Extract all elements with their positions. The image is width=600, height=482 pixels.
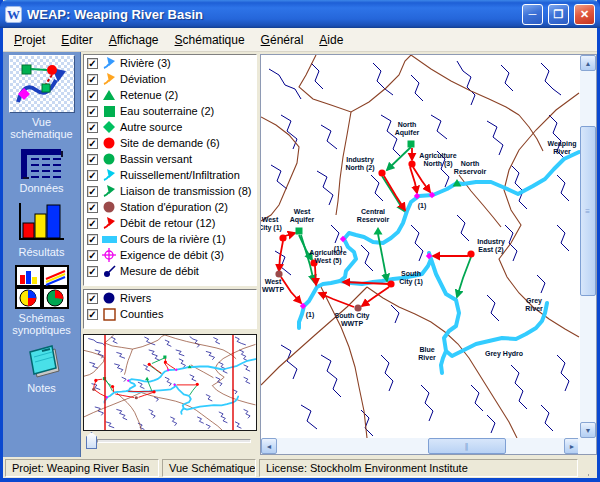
node-south-city-wwtp[interactable]	[354, 304, 361, 311]
counties-square-outline-icon	[101, 307, 117, 321]
node-west-aquifer[interactable]	[296, 228, 303, 235]
node-west-wwtp[interactable]	[275, 270, 282, 277]
bassin-versant-circle-icon	[101, 152, 117, 166]
map-label-industry: IndustryNorth (2)	[345, 156, 374, 172]
ruissellement-arrow-icon	[101, 168, 117, 182]
bassin-versant-label: Bassin versant	[120, 153, 192, 165]
node-central-reservoir[interactable]	[374, 227, 383, 235]
menu-aide[interactable]: Aide	[312, 30, 350, 50]
station-epuration-circle-icon	[101, 200, 117, 214]
station-epuration-label: Station d'épuration (2)	[120, 201, 228, 213]
autre-source-checkbox[interactable]: ✓	[87, 122, 98, 133]
scrollbar-corner	[578, 438, 596, 454]
ruissellement-checkbox[interactable]: ✓	[87, 170, 98, 181]
menu-bar: ProjetEditerAffichageSchématiqueGénéralA…	[3, 28, 597, 52]
mesure-debit-checkbox[interactable]: ✓	[87, 266, 98, 277]
title-bar[interactable]: W WEAP: Weaping River Basin ─ ❐ ✕	[0, 0, 600, 28]
status-bar: Projet: Weaping River Basin Vue Schémati…	[3, 457, 597, 478]
cours-riviere-bar-icon	[101, 232, 117, 246]
node-south-city-1[interactable]	[387, 280, 394, 287]
legend-item-deviation: ✓ Déviation	[84, 71, 256, 87]
bassin-versant-checkbox[interactable]: ✓	[87, 154, 98, 165]
retenue-checkbox[interactable]: ✓	[87, 90, 98, 101]
node-north-aquifer[interactable]	[408, 141, 415, 148]
liaison-transmission-checkbox[interactable]: ✓	[87, 186, 98, 197]
exigence-debit-checkbox[interactable]: ✓	[87, 250, 98, 261]
legend-item-site-de-demande: ✓ Site de demande (6)	[84, 135, 256, 151]
menu-schmatique[interactable]: Schématique	[168, 30, 252, 50]
sidebar: Vue schématique Données	[3, 52, 81, 457]
deviation-label: Déviation	[120, 73, 166, 85]
map-label-west: WestWWTP	[262, 278, 284, 293]
node-industry-north-2[interactable]	[378, 169, 385, 176]
vertical-scroll-thumb[interactable]: ≡	[580, 126, 596, 296]
rivers-checkbox[interactable]: ✓	[87, 293, 98, 304]
layers-item-counties: ✓ Counties	[84, 306, 256, 322]
resize-grip-dots	[587, 465, 589, 477]
weap-window: W WEAP: Weaping River Basin ─ ❐ ✕ Projet…	[0, 0, 600, 482]
riviere-checkbox[interactable]: ✓	[87, 58, 98, 69]
riviere-label: Rivière (3)	[120, 57, 171, 69]
schematic-map[interactable]: NorthAquiferIndustryNorth (2)Agriculture…	[261, 55, 580, 438]
close-button[interactable]: ✕	[574, 4, 595, 25]
map-label-north: NorthAquifer	[395, 121, 420, 137]
debit-retour-checkbox[interactable]: ✓	[87, 218, 98, 229]
eau-souterraine-label: Eau souterraine (2)	[120, 105, 214, 117]
menu-gnral[interactable]: Général	[254, 30, 311, 50]
menu-editer[interactable]: Editer	[54, 30, 99, 50]
autre-source-diamond-icon	[101, 120, 117, 134]
zoom-slider-handle[interactable]	[86, 432, 97, 449]
legend-item-eau-souterraine: ✓ Eau souterraine (2)	[84, 103, 256, 119]
counties-checkbox[interactable]: ✓	[87, 309, 98, 320]
window-title: WEAP: Weaping River Basin	[27, 7, 517, 22]
mesure-debit-gauge-icon	[101, 264, 117, 278]
map-label-south: SouthCity (1)	[399, 270, 423, 286]
scroll-left-button[interactable]: ◄	[261, 438, 277, 454]
layers-panel: ✓ Rivers ✓ Counties	[83, 289, 257, 329]
station-epuration-checkbox[interactable]: ✓	[87, 202, 98, 213]
horizontal-scroll-thumb[interactable]: ∥	[428, 438, 506, 454]
rivers-circle-icon	[101, 291, 117, 305]
sidebar-item-data[interactable]: Données	[5, 147, 79, 194]
minimap[interactable]	[83, 334, 257, 431]
map-label-industry: IndustryEast (2)	[477, 238, 505, 254]
sidebar-item-results[interactable]: Résultats	[5, 201, 79, 258]
node-west-city-1	[94, 379, 97, 382]
node-industry-north-2	[148, 363, 151, 366]
zoom-slider-track[interactable]	[97, 439, 251, 443]
scroll-up-button[interactable]: ▲	[580, 55, 596, 71]
map-label-agriculture: AgricultureNorth (3)	[419, 152, 456, 168]
menu-projet[interactable]: Projet	[7, 30, 52, 50]
node-agriculture-north-3[interactable]	[408, 160, 415, 167]
menu-affichage[interactable]: Affichage	[102, 30, 166, 50]
node-industry-east-2[interactable]	[467, 250, 474, 257]
node-agriculture-north-3	[164, 360, 167, 363]
site-de-demande-checkbox[interactable]: ✓	[87, 138, 98, 149]
eau-souterraine-checkbox[interactable]: ✓	[87, 106, 98, 117]
scroll-down-button[interactable]: ▼	[580, 422, 596, 438]
liaison-transmission-label: Liaison de transmission (8)	[120, 185, 251, 197]
node-west-city-1[interactable]	[279, 234, 286, 241]
layers-item-rivers: ✓ Rivers	[84, 290, 256, 306]
minimize-button[interactable]: ─	[522, 4, 543, 25]
eau-souterraine-square-icon	[101, 104, 117, 118]
legend-panel: ✓ Rivière (3) ✓ Déviation ✓ Retenue (2) …	[83, 54, 257, 286]
deviation-checkbox[interactable]: ✓	[87, 74, 98, 85]
sidebar-item-schematic-view[interactable]: Vue schématique	[5, 55, 79, 140]
maximize-button[interactable]: ❐	[548, 4, 569, 25]
sidebar-item-label: Données	[5, 182, 79, 194]
sidebar-item-overviews[interactable]: Schémas synoptiques	[5, 265, 79, 336]
legend-item-debit-retour: ✓ Débit de retour (12)	[84, 215, 256, 231]
status-view: Vue Schématique	[162, 459, 256, 477]
retenue-label: Retenue (2)	[120, 89, 178, 101]
multi-chart-icon	[15, 265, 69, 309]
legend-item-liaison-transmission: ✓ Liaison de transmission (8)	[84, 183, 256, 199]
node-industry-east-2	[196, 383, 199, 386]
map-label-grey: GreyRiver	[525, 297, 543, 312]
resize-grip[interactable]	[581, 459, 595, 477]
sidebar-item-notes[interactable]: Notes	[5, 343, 79, 394]
node-agriculture-west-5	[111, 385, 114, 388]
cours-riviere-checkbox[interactable]: ✓	[87, 234, 98, 245]
left-panel-column: ✓ Rivière (3) ✓ Déviation ✓ Retenue (2) …	[81, 52, 259, 457]
sidebar-item-label: Schémas synoptiques	[5, 312, 79, 336]
